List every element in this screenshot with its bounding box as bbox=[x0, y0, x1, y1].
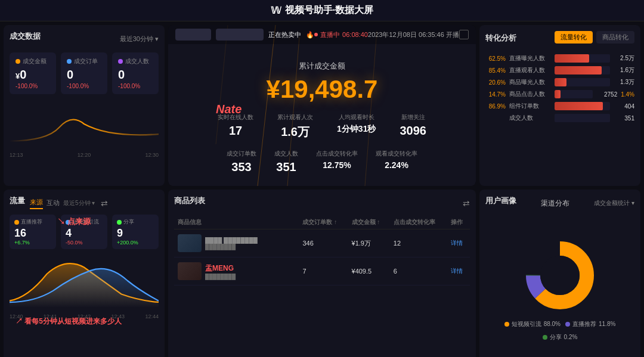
legend-item-video: 短视频引流 88.0% bbox=[504, 320, 561, 328]
header: 𝕎 视频号助手·数据大屏 bbox=[0, 0, 644, 21]
col-header-orders[interactable]: 成交订单数 ↑ bbox=[299, 216, 348, 229]
flow-panel: 流量 来源 互动 最近5分钟 ▾ ⇄ 直播推荐 16 +6.7% 短视频引 bbox=[4, 190, 165, 357]
flow-time-filter[interactable]: 最近5分钟 ▾ bbox=[63, 199, 95, 207]
channel-filter[interactable]: 成交金额统计 ▾ bbox=[594, 199, 634, 207]
stat-views-label: 累计观看人次 bbox=[277, 113, 313, 122]
total-label: 累计成交金额 bbox=[299, 61, 345, 72]
legend-pct-share: 0.2% bbox=[564, 334, 578, 340]
stat-click-rate: 点击成交转化率 12.75% bbox=[316, 150, 358, 174]
stat-duration-label: 人均观看时长 bbox=[337, 113, 376, 122]
center-panel: 正在热卖中 🔥 直播中 06:08:40 2023年12月08日 06:35:4… bbox=[168, 25, 476, 186]
header-icon: 𝕎 bbox=[271, 5, 281, 16]
flow-value-live: 16 bbox=[14, 227, 51, 240]
stat-views-value: 1.6万 bbox=[277, 124, 313, 140]
funnel-pct-4: 86.9% bbox=[485, 103, 506, 110]
legend-item-share: 分享 0.2% bbox=[543, 333, 578, 342]
arrow-annotation-source: ↘ 点来源 bbox=[57, 216, 91, 227]
funnel-label-0: 直播曝光人数 bbox=[509, 54, 551, 63]
legend-pct-video: 88.0% bbox=[544, 321, 561, 327]
product-panel: 商品列表 ⇄ 商品信息 成交订单数 ↑ 成交金额 ↑ 点击成交转化率 操作 bbox=[168, 190, 476, 357]
product-name-1-sub: ████████ bbox=[205, 244, 277, 250]
metric-change-amount: -100.0% bbox=[16, 83, 50, 89]
funnel-bar-wrap-1 bbox=[555, 66, 610, 74]
flow-settings-icon[interactable]: ⇄ bbox=[101, 198, 108, 208]
time-label-1: 12:20 bbox=[78, 152, 91, 158]
metric-label-amount: 成交金额 bbox=[23, 57, 47, 66]
flow-change-video: -50.0% bbox=[66, 240, 103, 246]
header-title-text: 视频号助手·数据大屏 bbox=[285, 4, 373, 17]
stat-online-value: 17 bbox=[218, 124, 253, 138]
funnel-row: 86.9% 组件订单数 404 bbox=[485, 102, 634, 110]
dot-blue-icon bbox=[67, 59, 72, 64]
metric-change-orders: -100.0% bbox=[67, 83, 101, 89]
product-header: 商品列表 ⇄ bbox=[174, 195, 470, 211]
funnel-label-2: 商品曝光人数 bbox=[509, 78, 551, 86]
funnel-bar-3 bbox=[555, 90, 561, 98]
dot-orange-icon bbox=[16, 59, 20, 64]
funnel-bar-wrap-4 bbox=[555, 102, 610, 110]
funnel-bar-1 bbox=[555, 66, 602, 74]
legend-label-live: 直播推荐 bbox=[572, 320, 596, 328]
product-detail-btn-1[interactable]: 详情 bbox=[451, 240, 463, 246]
user-title: 用户画像 bbox=[485, 195, 516, 206]
metric-value-amount: 0 bbox=[20, 68, 26, 81]
arrow2-text: 看每5分钟从短视频进来多少人 bbox=[24, 317, 122, 325]
funnel-row: 85.4% 直播观看人数 1.6万 bbox=[485, 66, 634, 74]
product-detail-btn-2[interactable]: 详情 bbox=[451, 268, 463, 274]
funnel-val-0: 2.5万 bbox=[614, 54, 634, 63]
product-img-2 bbox=[178, 262, 202, 280]
trade-metrics: 成交金额 ¥0 -100.0% 成交订单 0 -100.0% 成交人数 bbox=[10, 52, 159, 94]
col-header-blank bbox=[275, 216, 299, 229]
product-table: 商品信息 成交订单数 ↑ 成交金额 ↑ 点击成交转化率 操作 ████ ████… bbox=[174, 216, 470, 285]
funnel-label-4: 组件订单数 bbox=[509, 102, 551, 110]
stat-click-rate-value: 12.75% bbox=[316, 160, 358, 170]
trade-time-filter[interactable]: 最近30分钟 ▾ bbox=[120, 35, 159, 44]
arrow1-text: 点来源 bbox=[67, 217, 91, 226]
col-header-info: 商品信息 bbox=[174, 216, 275, 229]
stat-follow-value: 3096 bbox=[400, 124, 426, 138]
fire-icon: 🔥 bbox=[306, 31, 314, 39]
live-duration: 06:08:40 bbox=[342, 31, 368, 38]
total-amount: ¥19,498.7 bbox=[267, 75, 378, 104]
flow-value-share: 9 bbox=[117, 227, 154, 240]
product-img-1 bbox=[178, 234, 202, 252]
flow-label-share: 分享 bbox=[123, 218, 134, 226]
metric-value-orders: 0 bbox=[67, 68, 101, 82]
stat-orders-label: 成交订单数 bbox=[227, 150, 256, 158]
stats-row-2: 成交订单数 353 成交人数 351 点击成交转化率 12.75% 观看成交转化… bbox=[227, 150, 417, 174]
stat-click-rate-label: 点击成交转化率 bbox=[316, 150, 358, 158]
legend-label-video: 短视频引流 bbox=[512, 320, 541, 328]
user-panel: 用户画像 渠道分布 成交金额统计 ▾ 短视频引流 88.0% bbox=[479, 190, 640, 357]
funnel-row: 14.7% 商品点击人数 2752 1.4% bbox=[485, 90, 634, 98]
col-header-amount[interactable]: 成交金额 ↑ bbox=[348, 216, 390, 229]
stat-buyers: 成交人数 351 bbox=[274, 150, 298, 174]
fullscreen-button[interactable] bbox=[459, 30, 469, 39]
product-filter-icon[interactable]: ⇄ bbox=[463, 198, 470, 208]
convert-panel: 转化分析 流量转化 商品转化 62.5% 直播曝光人数 2.5万 85.4% 直… bbox=[479, 25, 640, 186]
product-rate-1: 12 bbox=[390, 229, 447, 257]
live-badge: 直播中 06:08:40 bbox=[314, 30, 368, 39]
flow-metric-live: 直播推荐 16 +6.7% bbox=[10, 215, 56, 249]
dot-purple-icon bbox=[118, 59, 123, 64]
flow-change-live: +6.7% bbox=[14, 240, 51, 246]
donut-container: 短视频引流 88.0% 直播推荐 11.8% 分享 0.2% bbox=[485, 216, 634, 357]
product-name-2-sub: ████████ bbox=[205, 274, 236, 280]
funnel-bar-wrap-0 bbox=[555, 54, 610, 63]
metric-label-orders: 成交订单 bbox=[74, 57, 98, 66]
funnel-pct-0: 62.5% bbox=[485, 55, 506, 62]
header-title: 𝕎 视频号助手·数据大屏 bbox=[271, 4, 373, 17]
time-label-0: 12:13 bbox=[10, 152, 23, 158]
stat-views: 累计观看人次 1.6万 bbox=[277, 113, 313, 140]
funnel-pct-3: 14.7% bbox=[485, 91, 506, 98]
funnel-label-3: 商品点击人数 bbox=[509, 90, 551, 98]
tab-product-convert[interactable]: 商品转化 bbox=[596, 31, 634, 44]
tab-interaction[interactable]: 互动 bbox=[47, 198, 60, 209]
flow-value-video: 4 bbox=[66, 227, 103, 240]
table-row: ████ ████████ ████████ 346 ¥1.9万 12 详情 bbox=[174, 229, 470, 257]
svg-point-7 bbox=[540, 256, 580, 295]
tab-flow-convert[interactable]: 流量转化 bbox=[555, 31, 593, 44]
product-rate-2: 6 bbox=[390, 257, 447, 285]
tab-source[interactable]: 来源 bbox=[30, 198, 43, 209]
metric-change-users: -100.0% bbox=[118, 83, 153, 89]
trade-panel: 成交数据 最近30分钟 ▾ 成交金额 ¥0 -100.0% 成交订单 0 bbox=[4, 25, 165, 186]
